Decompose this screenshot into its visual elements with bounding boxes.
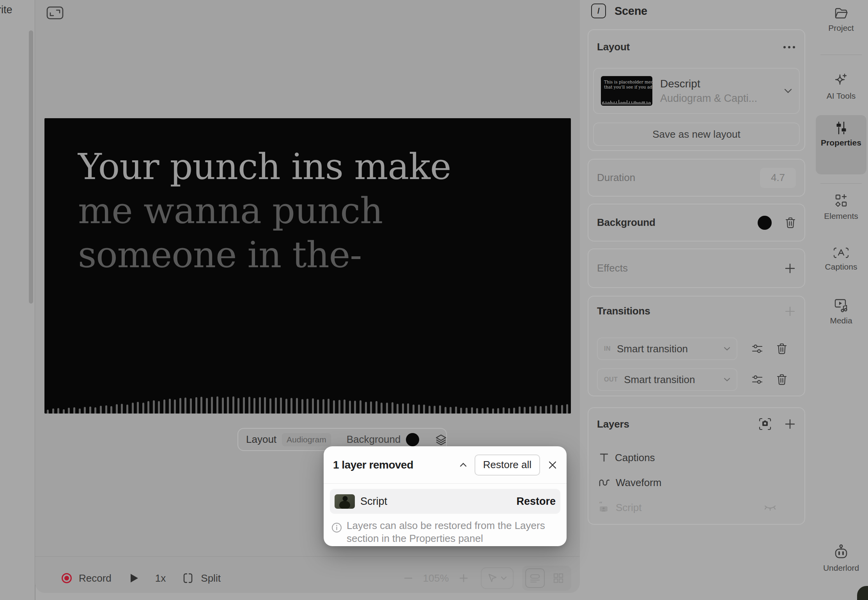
toast-title: 1 layer removed: [333, 459, 413, 471]
transition-settings-icon[interactable]: [751, 343, 763, 355]
trash-icon[interactable]: [776, 374, 787, 385]
effects-card: Effects: [588, 249, 805, 288]
sparkle-plus-icon: [833, 73, 849, 88]
rail-tab-media[interactable]: Media: [814, 298, 868, 325]
removed-layer-thumbnail: [335, 494, 355, 509]
transition-out-value: Smart transition: [624, 374, 695, 386]
video-preview[interactable]: Your punch ins make me wanna punch someo…: [44, 118, 571, 414]
caption-view-button[interactable]: [525, 568, 545, 588]
layout-preset-subtitle: Audiogram & Capti...: [660, 92, 757, 105]
hidden-eye-icon[interactable]: [764, 504, 776, 511]
record-button[interactable]: Record: [79, 572, 112, 584]
text-layer-icon: [599, 452, 609, 463]
removed-layer-row[interactable]: Script Restore: [330, 489, 560, 514]
chevron-down-icon: [501, 576, 507, 580]
scene-panel-header: / Scene: [591, 4, 647, 18]
grid-view-button[interactable]: [549, 568, 568, 588]
thumb-text: This is placeholder media: [604, 80, 652, 85]
layout-preset-selector[interactable]: This is placeholder media that you'll se…: [593, 68, 800, 114]
removed-layer-name: Script: [360, 495, 387, 508]
layer-removed-toast: 1 layer removed Restore all Script Resto…: [324, 446, 567, 546]
fullscreen-icon: [46, 6, 64, 20]
transition-out-tag: OUT: [604, 376, 618, 383]
layout-heading: Layout: [597, 41, 630, 53]
panel-title: Scene: [615, 5, 647, 18]
restore-layer-button[interactable]: Restore: [516, 495, 556, 508]
rail-tab-project[interactable]: Project: [814, 7, 868, 33]
robot-icon: [833, 544, 849, 560]
trash-icon[interactable]: [776, 343, 787, 355]
chevron-down-icon: [784, 89, 792, 93]
playback-speed-button[interactable]: 1x: [155, 572, 166, 584]
pointer-tool-dropdown[interactable]: [481, 567, 514, 589]
layer-row-captions[interactable]: Captions: [588, 445, 804, 470]
restore-all-button[interactable]: Restore all: [475, 454, 540, 476]
rail-tab-label: Project: [828, 23, 854, 33]
layout-preset-thumbnail: This is placeholder media that you'll se…: [601, 76, 652, 106]
transition-in-dropdown[interactable]: IN Smart transition: [597, 337, 737, 360]
rail-tab-ai-tools[interactable]: AI Tools: [814, 73, 868, 101]
info-icon: [331, 522, 342, 533]
zoom-in-button[interactable]: [458, 573, 469, 584]
background-color-swatch[interactable]: [406, 433, 419, 446]
layout-overlay-label: Layout: [246, 433, 276, 446]
add-layer-button[interactable]: [784, 418, 796, 430]
thumb-text: that you'll see if you add a: [604, 85, 652, 90]
background-overlay-label: Background: [347, 433, 401, 446]
transition-out-dropdown[interactable]: OUT Smart transition: [597, 368, 737, 391]
add-transition-button[interactable]: [784, 305, 796, 317]
editor-scrollbar[interactable]: [29, 30, 33, 304]
duration-value[interactable]: 4.7: [760, 168, 796, 188]
duration-card: Duration 4.7: [588, 159, 805, 197]
background-color-swatch[interactable]: [758, 216, 772, 230]
chevron-down-icon: [724, 378, 730, 382]
layout-more-menu[interactable]: [783, 45, 796, 49]
cursor-icon: [487, 573, 498, 583]
background-card: Background: [588, 204, 805, 241]
split-button[interactable]: Split: [201, 572, 221, 584]
effects-label: Effects: [597, 262, 628, 274]
record-icon[interactable]: [61, 572, 73, 584]
close-icon[interactable]: [548, 460, 557, 470]
transition-settings-icon[interactable]: [751, 374, 763, 385]
transitions-card: Transitions IN Smart transition: [588, 296, 805, 396]
layer-row-script[interactable]: “ Script: [588, 495, 804, 520]
trash-icon[interactable]: [785, 217, 796, 229]
split-icon[interactable]: [182, 572, 194, 584]
sliders-icon: [834, 121, 848, 135]
media-icon: [833, 298, 849, 313]
toast-info-text: Layers can also be restored from the Lay…: [347, 519, 546, 545]
caption-line-unspoken: someone in the-: [78, 233, 507, 277]
rail-tab-properties[interactable]: Properties: [814, 121, 868, 147]
layer-row-waveform[interactable]: Waveform: [588, 470, 804, 495]
rail-divider: [820, 55, 862, 55]
layout-preset-badge: Audiogram: [282, 433, 331, 446]
save-as-new-layout-button[interactable]: Save as new layout: [593, 122, 800, 146]
layer-label: Captions: [615, 452, 655, 464]
add-effect-button[interactable]: [784, 263, 796, 274]
underlord-button[interactable]: Underlord: [814, 544, 868, 573]
zoom-level[interactable]: 105%: [423, 572, 449, 584]
layers-icon: [435, 433, 447, 446]
transport-bar: Record 1x Split 105%: [35, 563, 580, 593]
write-tab-label[interactable]: rite: [0, 4, 12, 16]
duration-label: Duration: [597, 172, 635, 184]
thumb-waveform: [602, 99, 651, 105]
rail-tab-captions[interactable]: Captions: [814, 247, 868, 272]
elements-icon: [834, 193, 849, 208]
dark-panel-corner: [857, 586, 868, 600]
caption-text[interactable]: Your punch ins make me wanna punch someo…: [78, 145, 507, 277]
layers-heading: Layers: [597, 418, 629, 430]
snapshot-icon[interactable]: [758, 417, 772, 431]
zoom-out-button[interactable]: [403, 573, 414, 584]
chevron-down-icon: [724, 347, 730, 351]
expand-canvas-button[interactable]: [46, 5, 64, 20]
play-button[interactable]: [129, 573, 139, 583]
rail-tab-label: Underlord: [823, 563, 859, 573]
caption-line-spoken: Your punch ins make: [78, 145, 507, 189]
collapse-toast-button[interactable]: [460, 463, 467, 467]
transport-divider: [35, 556, 580, 557]
rail-tab-elements[interactable]: Elements: [814, 193, 868, 221]
rail-tab-label: Captions: [825, 262, 857, 272]
layer-label: Script: [616, 502, 641, 514]
